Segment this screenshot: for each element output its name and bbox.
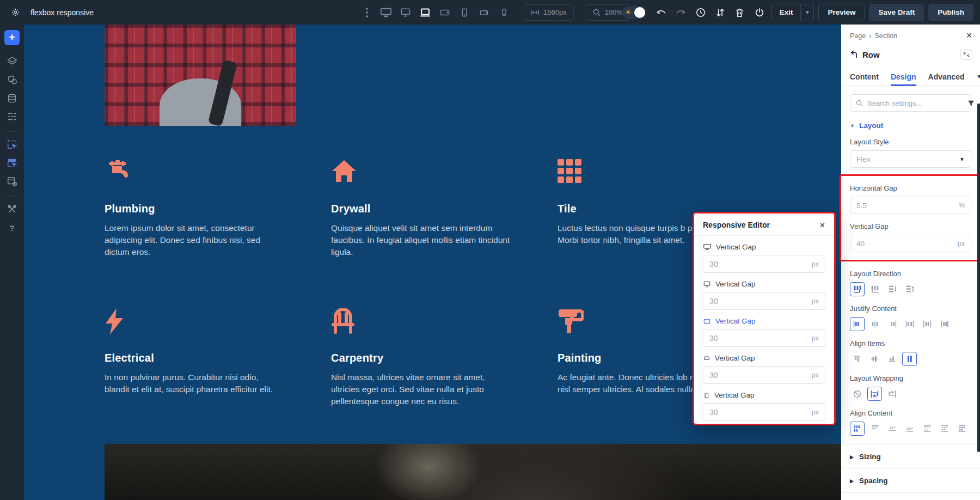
panel-close-icon[interactable]: ✕ — [966, 31, 972, 40]
element-selector-icon[interactable] — [4, 136, 20, 153]
service-card-plumbing[interactable]: Plumbing Lorem ipsum dolor sit amet, con… — [105, 159, 301, 258]
layers-icon[interactable] — [4, 53, 20, 69]
nowrap-icon[interactable] — [850, 387, 865, 401]
breakpoint-gap-input[interactable] — [709, 408, 812, 417]
tools-icon[interactable] — [4, 201, 20, 217]
service-card-electrical[interactable]: Electrical In non pulvinar purus. Curabi… — [105, 308, 301, 407]
more-options-icon[interactable] — [359, 5, 375, 20]
align-center-icon[interactable] — [867, 352, 882, 366]
power-icon[interactable] — [752, 5, 767, 20]
breakpoint-phone-landscape-button[interactable] — [476, 4, 492, 21]
spacing-section-header[interactable]: ▶ Spacing — [841, 468, 980, 492]
breakpoint-setting-label: Vertical Gap — [715, 354, 755, 362]
content-center-icon[interactable] — [885, 422, 899, 436]
filter-icon[interactable] — [967, 100, 975, 107]
database-icon[interactable] — [4, 90, 20, 106]
direction-row-reverse-icon[interactable] — [867, 282, 882, 296]
sizing-section-header[interactable]: ▶ Sizing — [841, 444, 980, 468]
exit-caret-icon[interactable]: ▼ — [800, 4, 813, 21]
layout-section-header[interactable]: ▼ Layout — [850, 121, 971, 130]
settings-gear-icon[interactable] — [8, 5, 23, 20]
align-start-icon[interactable] — [850, 352, 865, 366]
theme-toggle[interactable]: ☀ — [622, 6, 646, 19]
breadcrumb-section[interactable]: Section — [874, 32, 897, 40]
breakpoint-gap-unit[interactable]: px — [812, 297, 819, 305]
viewport-width-field[interactable]: 1560px — [524, 4, 574, 21]
history-icon[interactable] — [693, 5, 708, 20]
justify-space-evenly-icon[interactable] — [937, 317, 952, 331]
content-start-icon[interactable] — [850, 422, 865, 436]
tab-design[interactable]: Design — [891, 68, 916, 86]
justify-space-around-icon[interactable] — [920, 317, 934, 331]
publish-button[interactable]: Publish — [928, 4, 973, 21]
service-card-drywall[interactable]: Drywall Quisque aliquet velit sit amet s… — [331, 159, 527, 258]
trash-icon[interactable] — [732, 5, 748, 20]
border-section-header[interactable]: ▶ Border — [841, 492, 980, 500]
responsive-editor-dialog[interactable]: Responsive Editor ✕ Vertical Gap px Vert… — [693, 212, 836, 425]
breakpoint-gap-input[interactable] — [709, 260, 812, 269]
breakpoint-desktop-button[interactable] — [397, 4, 414, 21]
breakpoint-phone-portrait-button[interactable] — [495, 4, 512, 21]
panel-scrollbar[interactable] — [977, 103, 980, 452]
breadcrumb-page[interactable]: Page — [850, 32, 866, 40]
responsive-editor-close-icon[interactable]: ✕ — [819, 221, 825, 229]
settings-panel: Page › Section ✕ Row Content Design Adva… — [841, 25, 980, 500]
breakpoint-gap-input[interactable] — [709, 297, 812, 306]
redo-icon[interactable] — [673, 5, 689, 20]
card-body: Nisl massa, ultrices vitae ornare sit am… — [331, 371, 512, 407]
breakpoint-gap-input[interactable] — [709, 371, 812, 380]
content-stretch-icon[interactable] — [954, 422, 969, 436]
add-element-button[interactable]: + — [4, 30, 20, 45]
undo-icon[interactable] — [654, 5, 669, 20]
breakpoint-gap-unit[interactable]: px — [812, 260, 819, 268]
tabs-caret-icon[interactable]: ▼ — [977, 74, 980, 80]
faucet-icon — [105, 159, 301, 184]
breakpoint-gap-unit[interactable]: px — [812, 334, 819, 342]
save-draft-button[interactable]: Save Draft — [869, 4, 924, 21]
horizontal-gap-input[interactable] — [856, 202, 959, 210]
tab-advanced[interactable]: Advanced — [928, 68, 965, 86]
text-content-icon[interactable] — [4, 108, 20, 125]
tab-content[interactable]: Content — [850, 68, 879, 86]
breakpoint-tablet-landscape-button[interactable] — [437, 4, 453, 21]
preview-button[interactable]: Preview — [818, 4, 865, 21]
breakpoint-gap-unit[interactable]: px — [812, 408, 819, 416]
content-top-icon[interactable] — [867, 422, 882, 436]
layout-wrapping-options — [850, 387, 971, 401]
element-selector-active-icon[interactable] — [4, 155, 20, 171]
direction-column-reverse-icon[interactable] — [902, 282, 917, 296]
service-card-carpentry[interactable]: Carpentry Nisl massa, ultrices vitae orn… — [331, 308, 527, 407]
content-space-between-icon[interactable] — [920, 422, 934, 436]
exit-button[interactable]: Exit ▼ — [771, 4, 814, 21]
help-icon[interactable]: ? — [4, 219, 20, 236]
align-end-icon[interactable] — [885, 352, 899, 366]
panel-expand-icon[interactable] — [960, 49, 972, 60]
justify-end-icon[interactable] — [885, 317, 899, 331]
justify-center-icon[interactable] — [867, 317, 882, 331]
horizontal-gap-unit[interactable]: % — [959, 202, 965, 209]
import-export-icon[interactable] — [713, 5, 728, 20]
search-input[interactable] — [867, 99, 963, 107]
vertical-gap-unit[interactable]: px — [958, 240, 965, 247]
breakpoint-gap-unit[interactable]: px — [812, 371, 819, 379]
breakpoint-gap-input[interactable] — [709, 334, 812, 343]
align-stretch-icon[interactable] — [902, 352, 917, 366]
settings-search[interactable] — [850, 94, 971, 112]
vertical-gap-input[interactable] — [856, 240, 958, 248]
widget-settings-icon[interactable] — [4, 173, 20, 190]
content-space-around-icon[interactable] — [937, 422, 952, 436]
breakpoint-desktop-xl-button[interactable] — [378, 4, 394, 21]
justify-start-icon[interactable] — [850, 317, 865, 331]
content-end-icon[interactable] — [902, 422, 917, 436]
layout-style-select[interactable]: Flex ▼ — [850, 150, 971, 168]
direction-row-icon[interactable] — [850, 282, 865, 296]
breakpoint-tablet-portrait-button[interactable] — [456, 4, 473, 21]
direction-column-icon[interactable] — [885, 282, 899, 296]
wrap-reverse-icon[interactable] — [885, 387, 899, 401]
wrap-icon[interactable] — [867, 387, 882, 401]
tiles-icon — [558, 159, 754, 184]
design-presets-icon[interactable] — [4, 71, 20, 88]
justify-space-between-icon[interactable] — [902, 317, 917, 331]
back-arrow-icon[interactable] — [850, 51, 858, 58]
breakpoint-laptop-button[interactable] — [417, 4, 433, 21]
